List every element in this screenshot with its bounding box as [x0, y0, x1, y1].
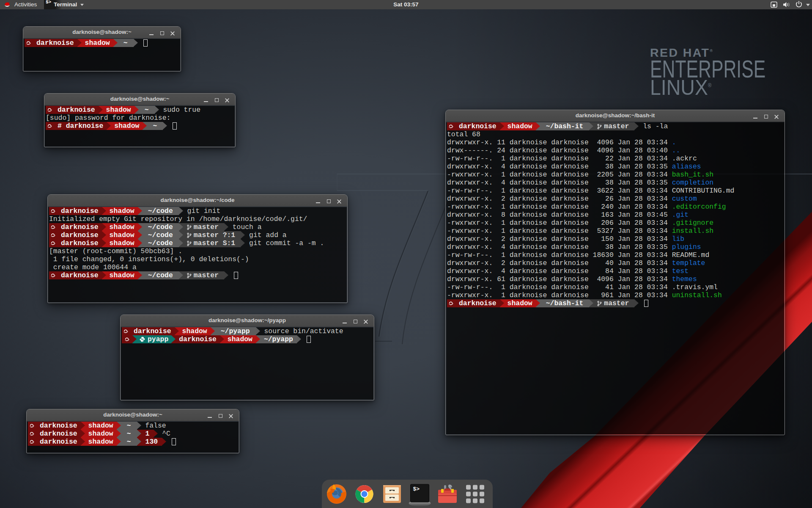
svg-text:$>: $> [413, 486, 420, 492]
